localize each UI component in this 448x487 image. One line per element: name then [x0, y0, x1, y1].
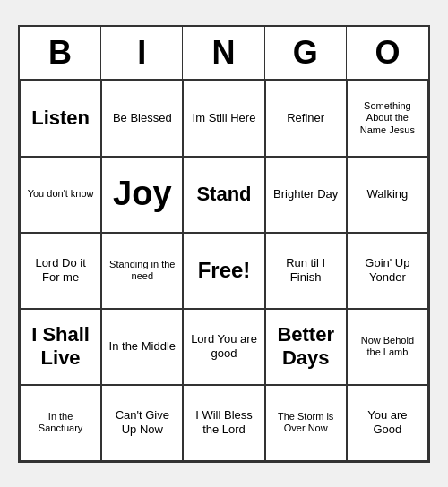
bingo-cell-22[interactable]: I Will Bless the Lord: [183, 385, 264, 461]
bingo-cell-13[interactable]: Run til I Finish: [265, 233, 347, 309]
bingo-cell-20[interactable]: In the Sanctuary: [20, 385, 101, 461]
header-letter-o: O: [347, 27, 428, 79]
bingo-cell-17[interactable]: Lord You are good: [183, 309, 264, 385]
bingo-grid: ListenBe BlessedIm Still HereRefinerSome…: [20, 81, 428, 461]
bingo-cell-5[interactable]: You don't know: [20, 157, 101, 233]
bingo-cell-23[interactable]: The Storm is Over Now: [265, 385, 347, 461]
bingo-cell-1[interactable]: Be Blessed: [101, 81, 183, 157]
bingo-cell-8[interactable]: Brighter Day: [265, 157, 347, 233]
bingo-cell-24[interactable]: You are Good: [347, 385, 428, 461]
bingo-cell-21[interactable]: Can't Give Up Now: [101, 385, 183, 461]
bingo-cell-4[interactable]: Something About the Name Jesus: [347, 81, 428, 157]
header-letter-g: G: [265, 27, 347, 79]
bingo-cell-18[interactable]: Better Days: [265, 309, 347, 385]
header-letter-i: I: [101, 27, 183, 79]
bingo-cell-14[interactable]: Goin' Up Yonder: [347, 233, 428, 309]
bingo-card: BINGO ListenBe BlessedIm Still HereRefin…: [18, 25, 430, 463]
bingo-cell-19[interactable]: Now Behold the Lamb: [347, 309, 428, 385]
bingo-cell-0[interactable]: Listen: [20, 81, 101, 157]
bingo-cell-16[interactable]: In the Middle: [101, 309, 183, 385]
bingo-cell-6[interactable]: Joy: [101, 157, 183, 233]
bingo-cell-9[interactable]: Walking: [347, 157, 428, 233]
bingo-cell-7[interactable]: Stand: [183, 157, 264, 233]
bingo-header: BINGO: [20, 27, 428, 81]
bingo-cell-10[interactable]: Lord Do it For me: [20, 233, 101, 309]
header-letter-b: B: [20, 27, 101, 79]
bingo-cell-12[interactable]: Free!: [183, 233, 264, 309]
header-letter-n: N: [183, 27, 264, 79]
bingo-cell-3[interactable]: Refiner: [265, 81, 347, 157]
bingo-cell-2[interactable]: Im Still Here: [183, 81, 264, 157]
bingo-cell-11[interactable]: Standing in the need: [101, 233, 183, 309]
bingo-cell-15[interactable]: I Shall Live: [20, 309, 101, 385]
